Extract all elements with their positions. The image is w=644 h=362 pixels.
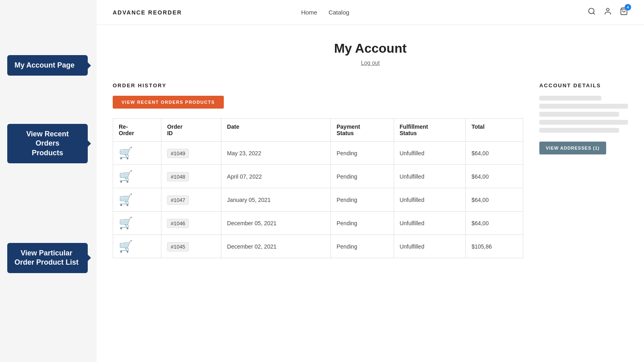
cart-toy-icon: 🛒 xyxy=(119,240,133,253)
col-date: Date xyxy=(221,119,331,142)
navbar: ADVANCE REORDER Home Catalog xyxy=(97,0,644,25)
page-title: My Account xyxy=(105,41,636,56)
brand-logo: ADVANCE REORDER xyxy=(113,9,182,16)
address-line-2 xyxy=(539,104,628,109)
order-id-badge[interactable]: #1048 xyxy=(167,172,189,181)
account-details-title: ACCOUNT DETAILS xyxy=(539,82,628,88)
nav-icons: 4 xyxy=(588,7,628,17)
order-id-cell: #1046 xyxy=(161,212,221,235)
total-cell: $64,00 xyxy=(466,212,523,235)
account-icon[interactable] xyxy=(604,7,612,17)
order-id-cell: #1047 xyxy=(161,188,221,212)
nav-home[interactable]: Home xyxy=(301,9,317,16)
order-id-cell: #1045 xyxy=(161,235,221,258)
svg-point-2 xyxy=(607,8,609,11)
search-icon[interactable] xyxy=(588,7,596,17)
total-cell: $64,00 xyxy=(466,165,523,188)
nav-catalog[interactable]: Catalog xyxy=(328,9,349,16)
nav-links: Home Catalog xyxy=(301,9,349,16)
view-recent-orders-badge: View Recent OrdersProducts xyxy=(7,124,88,163)
table-row[interactable]: 🛒#1049May 23, 2022PendingUnfulfilled$64,… xyxy=(113,142,523,165)
main-content: ADVANCE REORDER Home Catalog xyxy=(97,0,644,362)
col-orderid: OrderID xyxy=(161,119,221,142)
payment-status-cell: Pending xyxy=(331,235,394,258)
account-header: My Account Log out xyxy=(97,25,644,74)
reorder-icon-cell[interactable]: 🛒 xyxy=(113,165,161,188)
logout-link[interactable]: Log out xyxy=(361,60,380,66)
order-history-title: ORDER HISTORY xyxy=(113,82,523,88)
table-row[interactable]: 🛒#1045December 02, 2021PendingUnfulfille… xyxy=(113,235,523,258)
order-date-cell: April 07, 2022 xyxy=(221,165,331,188)
orders-table: Re-Order OrderID Date PaymentStatus Fulf… xyxy=(113,118,523,258)
order-date-cell: December 05, 2021 xyxy=(221,212,331,235)
view-addresses-button[interactable]: VIEW ADDRESSES (1) xyxy=(539,142,606,154)
payment-status-cell: Pending xyxy=(331,165,394,188)
fulfillment-status-cell: Unfulfilled xyxy=(394,212,466,235)
col-total: Total xyxy=(466,119,523,142)
order-date-cell: May 23, 2022 xyxy=(221,142,331,165)
order-id-badge[interactable]: #1047 xyxy=(167,195,189,205)
reorder-icon-cell[interactable]: 🛒 xyxy=(113,188,161,212)
order-id-badge[interactable]: #1049 xyxy=(167,149,189,158)
view-recent-orders-button[interactable]: VIEW RECENT ORDERS PRODUCTS xyxy=(113,96,224,109)
cart-icon[interactable]: 4 xyxy=(620,7,628,17)
fulfillment-status-cell: Unfulfilled xyxy=(394,235,466,258)
svg-line-1 xyxy=(593,13,595,14)
fulfillment-status-cell: Unfulfilled xyxy=(394,165,466,188)
body-columns: ORDER HISTORY VIEW RECENT ORDERS PRODUCT… xyxy=(97,74,644,274)
payment-status-cell: Pending xyxy=(331,212,394,235)
address-line-5 xyxy=(539,128,619,133)
cart-toy-icon: 🛒 xyxy=(119,147,133,159)
reorder-icon-cell[interactable]: 🛒 xyxy=(113,235,161,258)
table-row[interactable]: 🛒#1047January 05, 2021PendingUnfulfilled… xyxy=(113,188,523,212)
page-wrapper: My Account Page View Recent OrdersProduc… xyxy=(0,0,644,362)
col-reorder: Re-Order xyxy=(113,119,161,142)
payment-status-cell: Pending xyxy=(331,188,394,212)
cart-toy-icon: 🛒 xyxy=(119,170,133,183)
order-id-badge[interactable]: #1045 xyxy=(167,242,189,251)
payment-status-cell: Pending xyxy=(331,142,394,165)
fulfillment-status-cell: Unfulfilled xyxy=(394,188,466,212)
order-history-section: ORDER HISTORY VIEW RECENT ORDERS PRODUCT… xyxy=(113,82,523,258)
col-fulfillment: FulfillmentStatus xyxy=(394,119,466,142)
reorder-icon-cell[interactable]: 🛒 xyxy=(113,212,161,235)
total-cell: $105,86 xyxy=(466,235,523,258)
cart-toy-icon: 🛒 xyxy=(119,217,133,229)
total-cell: $64,00 xyxy=(466,188,523,212)
order-id-cell: #1048 xyxy=(161,165,221,188)
address-line-1 xyxy=(539,96,601,101)
table-row[interactable]: 🛒#1048April 07, 2022PendingUnfulfilled$6… xyxy=(113,165,523,188)
address-line-3 xyxy=(539,112,619,117)
order-id-badge[interactable]: #1046 xyxy=(167,219,189,228)
order-id-cell: #1049 xyxy=(161,142,221,165)
order-date-cell: January 05, 2021 xyxy=(221,188,331,212)
left-annotation-panel: My Account Page View Recent OrdersProduc… xyxy=(0,0,97,362)
address-line-4 xyxy=(539,120,628,125)
my-account-page-badge: My Account Page xyxy=(7,55,88,76)
account-details-section: ACCOUNT DETAILS VIEW ADDRESSES (1) xyxy=(539,82,628,154)
fulfillment-status-cell: Unfulfilled xyxy=(394,142,466,165)
order-date-cell: December 02, 2021 xyxy=(221,235,331,258)
cart-badge: 4 xyxy=(625,4,631,10)
total-cell: $64,00 xyxy=(466,142,523,165)
reorder-icon-cell[interactable]: 🛒 xyxy=(113,142,161,165)
view-particular-order-badge: View ParticularOrder Product List xyxy=(7,243,88,273)
table-row[interactable]: 🛒#1046December 05, 2021PendingUnfulfille… xyxy=(113,212,523,235)
cart-toy-icon: 🛒 xyxy=(119,193,133,206)
col-payment: PaymentStatus xyxy=(331,119,394,142)
